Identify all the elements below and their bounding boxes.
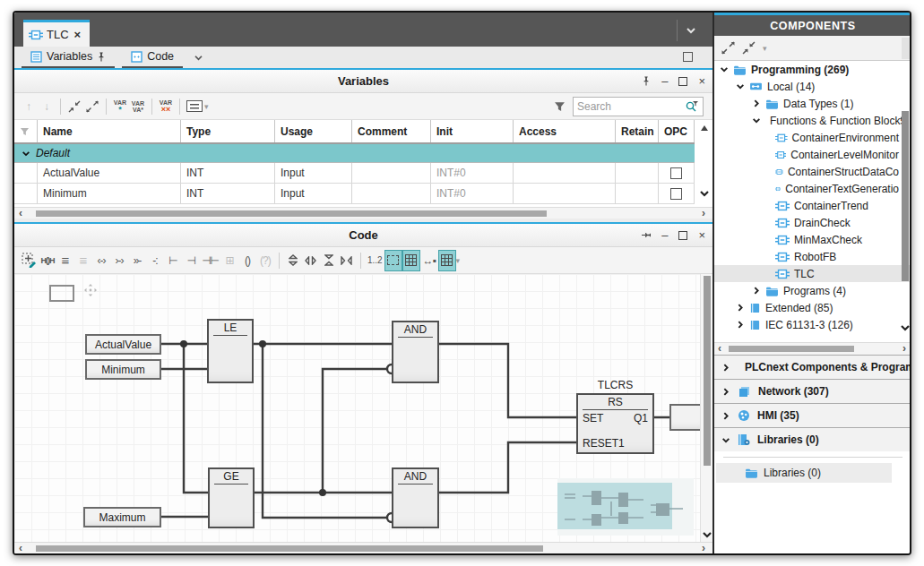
filter-icon[interactable] — [554, 101, 566, 112]
tree-item-programs[interactable]: Programs (4) — [714, 282, 911, 299]
maximize-icon[interactable] — [678, 231, 687, 240]
tree-item-containerenvironment[interactable]: ContainerEnvironment — [714, 129, 911, 146]
table-row[interactable]: ActualValue INT Input INT#0 — [14, 163, 695, 184]
column-header-comment[interactable]: Comment — [352, 120, 431, 142]
assign-icon[interactable]: -: — [146, 250, 164, 271]
scroll-down-icon[interactable] — [699, 190, 710, 197]
chevron-down-icon[interactable] — [752, 117, 761, 124]
libraries-child-item[interactable]: Libraries (0) — [716, 463, 892, 483]
cell-usage[interactable]: Input — [275, 163, 352, 183]
fbd-block-and-bottom[interactable]: AND — [392, 467, 439, 528]
search-filter-icon[interactable] — [685, 99, 699, 113]
scroll-thumb[interactable] — [902, 111, 909, 281]
tab-tlc[interactable]: TLC × — [23, 20, 90, 47]
cell-access[interactable] — [514, 184, 616, 203]
parentheses-icon[interactable]: () — [238, 250, 256, 271]
tree-item-containerstructdataco[interactable]: ContainerStructDataCo — [714, 163, 911, 180]
section-plcnext[interactable]: PLCnext Components & Programs — [714, 355, 911, 379]
minimap[interactable] — [557, 478, 694, 536]
tree-item-containerlevelmonitor[interactable]: ContainerLevelMonitor — [714, 146, 911, 163]
chevron-right-icon[interactable] — [754, 99, 760, 108]
scroll-up-icon[interactable] — [701, 125, 708, 131]
tree-item-functions-folder[interactable]: Functions & Function Blocks — [714, 112, 911, 129]
scroll-right-icon[interactable]: › — [702, 207, 705, 219]
column-header-retain[interactable]: Retain — [616, 120, 659, 142]
scroll-thumb[interactable] — [36, 210, 547, 217]
cell-comment[interactable] — [352, 184, 431, 203]
group-row-default[interactable]: Default — [14, 143, 695, 163]
toolbar-overflow-caret[interactable]: ▾ — [763, 44, 767, 53]
align-lines-icon[interactable]: ≡ — [56, 250, 74, 271]
collapse-all-icon[interactable] — [742, 41, 756, 55]
section-libraries[interactable]: Libraries (0) — [714, 427, 911, 451]
table-vertical-scrollbar[interactable] — [696, 120, 712, 207]
output-var-box[interactable] — [669, 404, 700, 431]
scroll-down-icon[interactable] — [702, 531, 712, 538]
scroll-left-icon[interactable]: ‹ — [19, 207, 22, 219]
move-up-button[interactable]: ↑ — [20, 96, 38, 117]
cell-type[interactable]: INT — [181, 163, 275, 183]
pin-icon[interactable] — [642, 75, 651, 87]
cell-name[interactable]: ActualValue — [38, 163, 181, 183]
spread-vertical-icon[interactable] — [284, 250, 302, 271]
search-input[interactable] — [577, 100, 685, 113]
move-down-button[interactable]: ↓ — [38, 96, 56, 117]
code-horizontal-scrollbar[interactable]: ‹ › — [14, 542, 712, 553]
restore-layout-button[interactable] — [683, 52, 693, 62]
column-header-usage[interactable]: Usage — [275, 120, 352, 142]
zoom-level-label[interactable]: 1..2 — [366, 250, 384, 271]
code-vertical-scrollbar[interactable] — [700, 274, 712, 542]
tree-item-minmaxcheck[interactable]: MinMaxCheck — [714, 231, 911, 248]
cell-retain[interactable] — [616, 163, 659, 183]
add-variable-button[interactable]: VAR* — [111, 96, 129, 117]
cell-type[interactable]: INT — [181, 184, 275, 203]
tree-vertical-scrollbar[interactable] — [900, 99, 911, 331]
tab-list-dropdown[interactable] — [677, 20, 704, 41]
tab-close-icon[interactable]: × — [74, 28, 82, 41]
variables-horizontal-scrollbar[interactable]: ‹ › — [14, 207, 712, 219]
spread-horizontal-icon[interactable] — [302, 250, 320, 271]
pin-icon[interactable] — [97, 51, 106, 63]
comment-icon[interactable]: ≡ — [74, 250, 92, 271]
scroll-thumb[interactable] — [729, 346, 854, 352]
grid-toggle[interactable] — [402, 250, 420, 271]
cell-init[interactable]: INT#0 — [431, 163, 514, 183]
delete-variable-button[interactable]: VAR×× — [157, 96, 175, 117]
table-row[interactable]: Minimum INT Input INT#0 — [14, 184, 695, 204]
compress-vertical-icon[interactable] — [320, 250, 338, 271]
pin-right-icon[interactable]: ⊣ — [182, 250, 200, 271]
group-icon[interactable]: ⊞ — [220, 250, 238, 271]
scroll-left-icon[interactable]: ‹ — [19, 542, 22, 554]
keyword-icon[interactable]: H()H — [39, 250, 56, 271]
duplicate-variable-button[interactable]: VARVA* — [129, 96, 147, 117]
close-icon[interactable]: × — [698, 229, 705, 241]
tree-item-local[interactable]: Local (14) — [714, 78, 911, 95]
section-network[interactable]: Network (307) — [714, 379, 911, 403]
minimize-icon[interactable]: – — [661, 75, 668, 87]
connect-both-icon[interactable]: ‹-› — [92, 250, 110, 271]
scroll-thumb[interactable] — [704, 276, 711, 466]
pin-both-icon[interactable]: ⊣⊢ — [200, 250, 220, 271]
snap-grid-toggle[interactable] — [438, 250, 456, 271]
expand-all-icon[interactable] — [721, 41, 735, 55]
scroll-right-icon[interactable]: › — [702, 542, 705, 554]
compress-horizontal-icon[interactable] — [338, 250, 356, 271]
column-header-init[interactable]: Init — [431, 120, 514, 142]
insert-block-icon[interactable] — [20, 250, 39, 271]
cell-name[interactable]: Minimum — [38, 184, 181, 203]
tab-variables[interactable]: Variables — [22, 47, 115, 68]
fbd-block-ge[interactable]: GE — [208, 467, 255, 528]
collapse-all-icon[interactable] — [65, 96, 83, 117]
pin-left-icon[interactable]: ⊢ — [164, 250, 182, 271]
tree-item-draincheck[interactable]: DrainCheck — [714, 214, 911, 231]
minimize-icon[interactable]: – — [661, 229, 668, 241]
tree-item-tlc[interactable]: TLC — [714, 265, 911, 282]
column-header-opc[interactable]: OPC — [659, 120, 695, 142]
scroll-down-icon[interactable] — [900, 324, 911, 331]
conditional-icon[interactable]: (?) — [256, 250, 274, 271]
tree-item-iec61131[interactable]: IEC 61131-3 (126) — [714, 316, 911, 333]
tree-item-containertextgeneratio[interactable]: ContainerTextGeneratio — [714, 180, 911, 197]
cell-comment[interactable] — [352, 163, 431, 183]
empty-comment-box[interactable] — [49, 285, 74, 302]
filter-column-header[interactable] — [14, 120, 38, 142]
